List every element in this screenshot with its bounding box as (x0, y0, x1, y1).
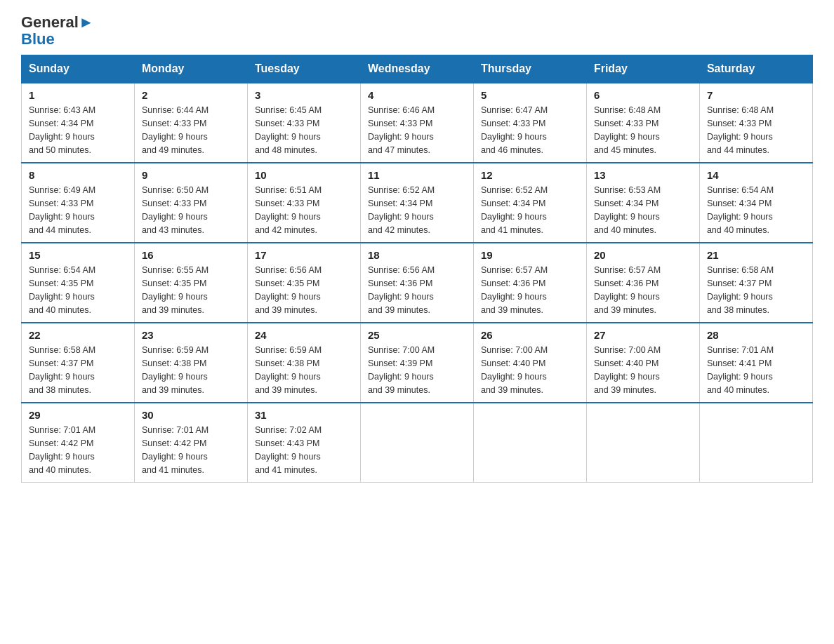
day-info: Sunrise: 6:59 AMSunset: 4:38 PMDaylight:… (255, 344, 353, 396)
day-info: Sunrise: 6:48 AMSunset: 4:33 PMDaylight:… (707, 104, 805, 156)
day-info: Sunrise: 6:57 AMSunset: 4:36 PMDaylight:… (594, 264, 692, 316)
day-info: Sunrise: 6:47 AMSunset: 4:33 PMDaylight:… (481, 104, 579, 156)
day-number: 29 (29, 409, 127, 421)
day-number: 19 (481, 249, 579, 261)
calendar-cell: 25Sunrise: 7:00 AMSunset: 4:39 PMDayligh… (360, 323, 473, 403)
calendar-cell: 2Sunrise: 6:44 AMSunset: 4:33 PMDaylight… (134, 83, 247, 163)
calendar-cell: 15Sunrise: 6:54 AMSunset: 4:35 PMDayligh… (22, 243, 135, 323)
calendar-cell: 22Sunrise: 6:58 AMSunset: 4:37 PMDayligh… (22, 323, 135, 403)
calendar-table: SundayMondayTuesdayWednesdayThursdayFrid… (21, 55, 813, 483)
page-header: General► Blue (21, 14, 813, 48)
calendar-cell: 26Sunrise: 7:00 AMSunset: 4:40 PMDayligh… (473, 323, 586, 403)
calendar-week-row: 8Sunrise: 6:49 AMSunset: 4:33 PMDaylight… (22, 163, 813, 243)
day-info: Sunrise: 7:01 AMSunset: 4:42 PMDaylight:… (29, 424, 127, 476)
day-info: Sunrise: 7:00 AMSunset: 4:39 PMDaylight:… (368, 344, 466, 396)
day-number: 21 (707, 249, 805, 261)
calendar-cell (699, 403, 812, 483)
day-number: 14 (707, 169, 805, 181)
day-number: 9 (142, 169, 240, 181)
calendar-cell (360, 403, 473, 483)
calendar-week-row: 29Sunrise: 7:01 AMSunset: 4:42 PMDayligh… (22, 403, 813, 483)
logo: General► Blue (21, 14, 94, 48)
calendar-cell (473, 403, 586, 483)
day-number: 30 (142, 409, 240, 421)
day-number: 6 (594, 89, 692, 101)
calendar-cell: 6Sunrise: 6:48 AMSunset: 4:33 PMDaylight… (586, 83, 699, 163)
day-info: Sunrise: 6:48 AMSunset: 4:33 PMDaylight:… (594, 104, 692, 156)
day-info: Sunrise: 6:56 AMSunset: 4:36 PMDaylight:… (368, 264, 466, 316)
calendar-cell: 12Sunrise: 6:52 AMSunset: 4:34 PMDayligh… (473, 163, 586, 243)
calendar-cell: 20Sunrise: 6:57 AMSunset: 4:36 PMDayligh… (586, 243, 699, 323)
day-number: 16 (142, 249, 240, 261)
calendar-cell: 21Sunrise: 6:58 AMSunset: 4:37 PMDayligh… (699, 243, 812, 323)
day-info: Sunrise: 6:52 AMSunset: 4:34 PMDaylight:… (368, 184, 466, 236)
calendar-cell: 11Sunrise: 6:52 AMSunset: 4:34 PMDayligh… (360, 163, 473, 243)
calendar-week-row: 22Sunrise: 6:58 AMSunset: 4:37 PMDayligh… (22, 323, 813, 403)
calendar-cell: 3Sunrise: 6:45 AMSunset: 4:33 PMDaylight… (247, 83, 360, 163)
calendar-cell: 1Sunrise: 6:43 AMSunset: 4:34 PMDaylight… (22, 83, 135, 163)
day-info: Sunrise: 6:54 AMSunset: 4:35 PMDaylight:… (29, 264, 127, 316)
weekday-header-monday: Monday (134, 55, 247, 83)
logo-arrow-shape: ► (79, 13, 94, 31)
day-number: 10 (255, 169, 353, 181)
calendar-week-row: 15Sunrise: 6:54 AMSunset: 4:35 PMDayligh… (22, 243, 813, 323)
day-number: 28 (707, 329, 805, 341)
day-number: 5 (481, 89, 579, 101)
day-number: 27 (594, 329, 692, 341)
day-info: Sunrise: 6:53 AMSunset: 4:34 PMDaylight:… (594, 184, 692, 236)
day-info: Sunrise: 7:01 AMSunset: 4:41 PMDaylight:… (707, 344, 805, 396)
day-number: 26 (481, 329, 579, 341)
day-info: Sunrise: 7:01 AMSunset: 4:42 PMDaylight:… (142, 424, 240, 476)
day-number: 2 (142, 89, 240, 101)
day-number: 31 (255, 409, 353, 421)
calendar-cell: 19Sunrise: 6:57 AMSunset: 4:36 PMDayligh… (473, 243, 586, 323)
calendar-cell: 17Sunrise: 6:56 AMSunset: 4:35 PMDayligh… (247, 243, 360, 323)
calendar-cell: 5Sunrise: 6:47 AMSunset: 4:33 PMDaylight… (473, 83, 586, 163)
day-number: 1 (29, 89, 127, 101)
day-info: Sunrise: 6:52 AMSunset: 4:34 PMDaylight:… (481, 184, 579, 236)
day-number: 25 (368, 329, 466, 341)
day-info: Sunrise: 6:43 AMSunset: 4:34 PMDaylight:… (29, 104, 127, 156)
day-info: Sunrise: 7:00 AMSunset: 4:40 PMDaylight:… (481, 344, 579, 396)
day-number: 24 (255, 329, 353, 341)
calendar-cell: 18Sunrise: 6:56 AMSunset: 4:36 PMDayligh… (360, 243, 473, 323)
day-info: Sunrise: 7:02 AMSunset: 4:43 PMDaylight:… (255, 424, 353, 476)
calendar-cell: 24Sunrise: 6:59 AMSunset: 4:38 PMDayligh… (247, 323, 360, 403)
day-number: 20 (594, 249, 692, 261)
calendar-cell: 27Sunrise: 7:00 AMSunset: 4:40 PMDayligh… (586, 323, 699, 403)
weekday-header-thursday: Thursday (473, 55, 586, 83)
calendar-cell: 23Sunrise: 6:59 AMSunset: 4:38 PMDayligh… (134, 323, 247, 403)
day-number: 23 (142, 329, 240, 341)
day-number: 8 (29, 169, 127, 181)
day-info: Sunrise: 6:54 AMSunset: 4:34 PMDaylight:… (707, 184, 805, 236)
calendar-cell: 7Sunrise: 6:48 AMSunset: 4:33 PMDaylight… (699, 83, 812, 163)
day-number: 22 (29, 329, 127, 341)
day-info: Sunrise: 6:50 AMSunset: 4:33 PMDaylight:… (142, 184, 240, 236)
day-number: 7 (707, 89, 805, 101)
day-number: 18 (368, 249, 466, 261)
day-info: Sunrise: 6:56 AMSunset: 4:35 PMDaylight:… (255, 264, 353, 316)
day-number: 13 (594, 169, 692, 181)
day-number: 3 (255, 89, 353, 101)
calendar-cell: 30Sunrise: 7:01 AMSunset: 4:42 PMDayligh… (134, 403, 247, 483)
day-info: Sunrise: 6:51 AMSunset: 4:33 PMDaylight:… (255, 184, 353, 236)
logo-icon: General► Blue (21, 14, 94, 48)
day-info: Sunrise: 6:45 AMSunset: 4:33 PMDaylight:… (255, 104, 353, 156)
weekday-header-sunday: Sunday (22, 55, 135, 83)
day-info: Sunrise: 6:49 AMSunset: 4:33 PMDaylight:… (29, 184, 127, 236)
calendar-cell: 4Sunrise: 6:46 AMSunset: 4:33 PMDaylight… (360, 83, 473, 163)
day-info: Sunrise: 6:59 AMSunset: 4:38 PMDaylight:… (142, 344, 240, 396)
calendar-cell: 9Sunrise: 6:50 AMSunset: 4:33 PMDaylight… (134, 163, 247, 243)
calendar-cell (586, 403, 699, 483)
calendar-cell: 10Sunrise: 6:51 AMSunset: 4:33 PMDayligh… (247, 163, 360, 243)
calendar-cell: 31Sunrise: 7:02 AMSunset: 4:43 PMDayligh… (247, 403, 360, 483)
weekday-header-row: SundayMondayTuesdayWednesdayThursdayFrid… (22, 55, 813, 83)
calendar-cell: 29Sunrise: 7:01 AMSunset: 4:42 PMDayligh… (22, 403, 135, 483)
calendar-week-row: 1Sunrise: 6:43 AMSunset: 4:34 PMDaylight… (22, 83, 813, 163)
logo-text-blue: Blue (21, 30, 55, 48)
day-info: Sunrise: 6:44 AMSunset: 4:33 PMDaylight:… (142, 104, 240, 156)
logo-text-general: General► (21, 14, 94, 31)
calendar-cell: 8Sunrise: 6:49 AMSunset: 4:33 PMDaylight… (22, 163, 135, 243)
day-info: Sunrise: 7:00 AMSunset: 4:40 PMDaylight:… (594, 344, 692, 396)
day-info: Sunrise: 6:58 AMSunset: 4:37 PMDaylight:… (29, 344, 127, 396)
